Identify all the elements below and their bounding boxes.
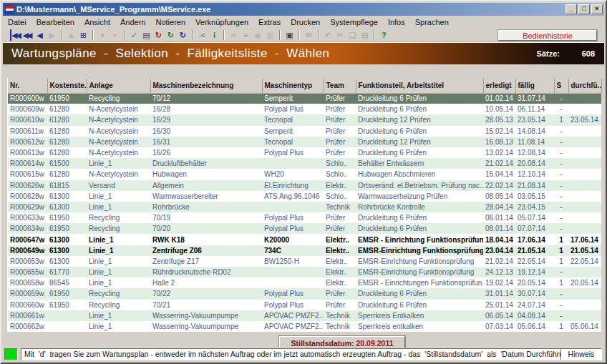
cell-team: Technik — [324, 202, 356, 212]
table-row[interactable]: R000653w61300Linie_1Zentrifuge Z17BW1250… — [8, 256, 601, 267]
prev-fast-icon[interactable]: ◀◀ — [21, 29, 34, 41]
copy-icon: ❏ — [346, 29, 359, 41]
table-row[interactable]: R000628w61300Linie_1WarmwasserbereiterAT… — [8, 191, 601, 202]
menu-bearbeiten[interactable]: Bearbeiten — [31, 17, 79, 27]
table-row[interactable]: R000615w61280N-AcetylcysteinHubwagenWH20… — [8, 169, 601, 179]
cell-maschinentyp — [262, 267, 324, 277]
cell-maschinenbezeichnung: Halle 2 — [150, 277, 262, 288]
maximize-button-icon[interactable]: □ — [578, 4, 590, 14]
table-row[interactable]: R000609w61280N-Acetylcystein16/28Polypal… — [8, 104, 601, 114]
banner: Wartungspläne - Selektion - Fälligkeitsl… — [3, 42, 604, 64]
col-header-nr[interactable]: Nr. — [8, 79, 47, 93]
col-header-anlage[interactable]: Anlage — [87, 79, 150, 93]
menu-extras[interactable]: Extras — [253, 17, 286, 27]
branch-icon[interactable]: -< — [196, 29, 208, 41]
table-row[interactable]: R000614w61500Linie_1DruckluftbehälterSch… — [8, 158, 601, 169]
col-header-maschinenbezeichnung[interactable]: Maschinenbezeichnung — [150, 79, 262, 93]
col-header-durchfuehrung[interactable]: durchfü.. — [568, 79, 601, 93]
cell-team: Prüfer — [324, 147, 356, 158]
menu-sprachen[interactable]: Sprachen — [410, 17, 454, 27]
table-row[interactable]: R000626w61815VersandAllgemeinEl.Einricht… — [8, 180, 601, 191]
table-row[interactable]: R000661wLinie_1Wasserring-VakuumpumpeAPO… — [8, 310, 601, 321]
cell-anlage: N-Acetylcystein — [87, 137, 150, 147]
toolbar-separator — [279, 30, 281, 40]
menu-systempflege[interactable]: Systempflege — [325, 17, 383, 27]
table-row[interactable]: R000658w86545Linie_1Halle 2Elektr..EMSR … — [8, 277, 601, 288]
cell-funktionsteil: Druckleitung 6 Prüfen — [356, 147, 483, 158]
menu-notieren[interactable]: Notieren — [150, 17, 190, 27]
table-row[interactable]: R000610w61280N-Acetylcystein16/29Tecnopa… — [8, 114, 601, 125]
cell-nr: R000614w — [8, 158, 47, 169]
help-icon[interactable]: ? — [378, 29, 390, 41]
cell-maschinentyp: Semperit — [262, 126, 324, 137]
table-row[interactable]: R000611w61280N-Acetylcystein16/30Semperi… — [8, 126, 601, 137]
menu-ansicht[interactable]: Ansicht — [79, 17, 115, 27]
cell-kostenstelle: 61500 — [47, 158, 87, 169]
toolbar-separator — [223, 30, 225, 40]
cell-team: Elektr.. — [324, 256, 356, 267]
cell-anlage: N-Acetylcystein — [87, 126, 150, 137]
table-row[interactable]: R000647w61300Linie_1RWK K18K20000Elektr.… — [8, 234, 601, 245]
col-header-erledigt[interactable]: erledigt — [483, 79, 515, 93]
cell-funktionsteil: Druckleitung 6 Prüfen — [356, 212, 483, 223]
table-row[interactable]: R000655w61770Linie_1Rührdrucknutsche RD0… — [8, 267, 601, 277]
title-bar[interactable]: D:\Mustermann\_MService_Programm\MServic… — [3, 3, 604, 16]
undo-icon: ↶ — [322, 29, 334, 41]
cell-maschinentyp: Polypal Plus — [262, 288, 324, 299]
cell-kostenstelle: 61300 — [47, 256, 87, 267]
cell-durchfuehrung — [568, 300, 601, 310]
cell-nr: R000655w — [8, 267, 47, 277]
col-header-faellig[interactable]: fällig — [515, 79, 554, 93]
prev-record-icon[interactable]: ◀ — [34, 29, 46, 41]
col-header-kostenstelle[interactable]: Kostenste.. — [47, 79, 87, 93]
col-header-team[interactable]: Team — [324, 79, 356, 93]
table-row[interactable]: R000612w61280N-Acetylcystein16/31Tecnopa… — [8, 137, 601, 147]
cell-funktionsteil: EMSR - Einrichtung Funktionsprüfung — [356, 234, 483, 245]
col-header-s[interactable]: S — [554, 79, 568, 93]
refresh-blue-icon[interactable]: ↻ — [177, 29, 189, 41]
refresh-red-icon[interactable]: ↻ — [152, 29, 165, 41]
cell-team: Schlo.. — [324, 158, 356, 169]
cell-durchfuehrung: 22.05.14 — [568, 256, 601, 267]
first-record-icon[interactable]: ◀◀ — [10, 29, 21, 41]
cell-faellig: 23.05.14 — [515, 114, 554, 125]
table-row[interactable]: R000629w61300Linie_1RohrbrückeTechnikRoh… — [8, 202, 601, 212]
info-icon[interactable]: i — [208, 29, 220, 41]
menu-ndern[interactable]: Ändern — [115, 17, 150, 27]
refresh-green-icon[interactable]: ↻ — [165, 29, 177, 41]
table-row[interactable]: R000660w61950Recycling70/21Polypal PlusP… — [8, 300, 601, 310]
cell-kostenstelle: 61280 — [47, 137, 87, 147]
confirm-check-icon[interactable]: ✓ — [128, 29, 140, 41]
table-row[interactable]: R000613w61280N-Acetylcystein16/26Polypal… — [8, 147, 601, 158]
table-row[interactable]: R000633w61950Recycling70/19Polypal PlusP… — [8, 212, 601, 223]
cell-faellig: 12.10.14 — [515, 169, 554, 179]
menu-verknpfungen[interactable]: Verknüpfungen — [190, 17, 253, 27]
form-icon[interactable]: ▤ — [140, 29, 152, 41]
import-icon: ▲ — [65, 29, 77, 41]
col-header-maschinentyp[interactable]: Maschinentyp — [262, 79, 324, 93]
cell-nr: R000661w — [8, 310, 47, 321]
cell-anlage: N-Acetylcystein — [87, 114, 150, 125]
print-icon[interactable]: ▣ — [283, 29, 296, 41]
close-button-icon[interactable]: × — [591, 4, 603, 14]
table-row[interactable]: R000634w61950Recycling70/20Polypal PlusP… — [8, 223, 601, 234]
cell-maschinenbezeichnung: Wasserring-Vakuumpumpe — [150, 310, 262, 321]
cell-kostenstelle: 61280 — [47, 104, 87, 114]
cell-nr: R000612w — [8, 137, 47, 147]
table-row[interactable]: R000662wLinie_1Wasserring-VakuumpumpeAPO… — [8, 321, 601, 332]
bedienhistorie-button[interactable]: Bedienhistorie — [498, 30, 597, 41]
minimize-button-icon[interactable]: _ — [565, 4, 577, 14]
tree-view-icon[interactable]: ⊞ — [77, 29, 89, 41]
table-row[interactable]: R000649w61300Linie_1Zentrifuge Z06734CEl… — [8, 245, 601, 256]
cell-s: - — [554, 223, 568, 234]
menu-datei[interactable]: Datei — [3, 17, 31, 27]
cell-s: - — [554, 202, 568, 212]
cell-maschinentyp: Polypal Plus — [262, 300, 324, 310]
table-row[interactable]: R000600w61950Recycling70/12SemperitPrüfe… — [8, 93, 601, 104]
menu-infos[interactable]: Infos — [383, 17, 410, 27]
col-header-funktionsteil[interactable]: Funktionsteil, Arbeitstitel — [356, 79, 483, 93]
menu-drucken[interactable]: Drucken — [286, 17, 325, 27]
maintenance-table: Nr.Kostenste..AnlageMaschinenbezeichnung… — [8, 79, 602, 332]
cell-team: Prüfer — [324, 104, 356, 114]
table-row[interactable]: R000659w61950Recycling70/22Polypal PlusP… — [8, 288, 601, 299]
